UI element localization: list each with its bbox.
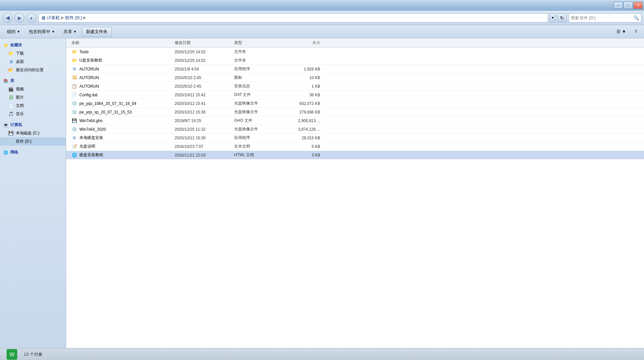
new-folder-label: 新建文件夹 [86,29,107,34]
file-type-cell: 文本文档 [234,144,280,149]
new-folder-button[interactable]: 新建文件夹 [82,27,112,37]
computer-icon: 💻 [3,123,8,127]
file-type-cell: 光盘映像文件 [234,101,280,106]
file-name: AUTORUN [79,75,99,80]
table-row[interactable]: ⚙ AUTORUN 2016/1/8 4:54 应用程序 1,926 KB [66,65,644,73]
table-row[interactable]: 🖼 AUTORUN 2015/5/10 2:45 图标 10 KB [66,73,644,82]
file-name-cell: 📁 Tools [69,49,175,55]
sidebar-item-recent[interactable]: 📂 最近访问的位置 [0,66,66,74]
view-button[interactable]: ☰ ▼ [613,27,630,37]
back-button[interactable]: ◀ [3,13,13,23]
recent-label: 最近访问的位置 [16,67,44,73]
file-icon: 💾 [71,118,77,123]
sidebar-item-video[interactable]: 🎬 视频 [0,85,66,93]
svg-text:W: W [9,352,15,357]
breadcrumb-computer[interactable]: 计算机 [47,15,60,21]
up-button[interactable]: ▲ [26,13,36,23]
computer-header[interactable]: 💻 计算机 [0,121,66,129]
drive-c-label: 本地磁盘 (C:) [16,130,39,136]
forward-button[interactable]: ▶ [15,13,24,23]
breadcrumb-drive[interactable]: 软件 (D:) [65,15,82,21]
file-size-cell: 652,072 KB [280,101,320,106]
search-bar[interactable]: 🔍 [569,13,641,22]
network-header[interactable]: 🌐 网络 [0,148,66,157]
column-size[interactable]: 大小 [280,40,320,46]
search-icon[interactable]: 🔍 [633,15,639,21]
organize-dropdown-icon: ▼ [17,30,20,33]
table-row[interactable]: ⚙ 本地硬盘安装 2020/10/12 15:30 应用程序 28,315 KB [66,134,644,142]
computer-icon: 🖥 [41,15,46,21]
file-type-cell: DAT 文件 [234,92,280,98]
table-row[interactable]: 💿 Win7x64_2020 2020/12/25 11:32 光盘映像文件 3… [66,125,644,134]
file-type-cell: 应用程序 [234,66,280,72]
table-row[interactable]: 📁 U盘安装教程 2020/12/25 14:52 文件夹 [66,56,644,65]
file-date-cell: 2019/9/7 19:25 [175,118,234,123]
close-button[interactable]: ✕ [633,2,643,9]
table-row[interactable]: 📁 Tools 2020/12/25 14:52 文件夹 [66,48,644,56]
file-size-cell: 5 KB [280,144,320,149]
column-name[interactable]: 名称 [69,40,175,46]
file-name-cell: 💿 Win7x64_2020 [69,127,175,132]
help-button[interactable]: ? [631,27,641,37]
file-date-cell: 2020/10/12 15:42 [175,93,234,97]
file-type-cell: 应用程序 [234,135,280,141]
share-button[interactable]: 共享 ▼ [60,27,80,37]
table-row[interactable]: 💿 pe_yqs_1064_20_07_31_16_04 2020/10/12 … [66,99,644,108]
sidebar-item-desktop[interactable]: 🖥 桌面 [0,58,66,66]
file-list-area: 名称 修改日期 类型 大小 📁 Tools 2020/12/25 14:52 文… [66,38,644,348]
drive-d-icon: 💿 [8,139,14,144]
file-icon: 📄 [71,92,77,98]
file-name: 光盘说明 [79,144,95,149]
table-row[interactable]: 📄 Config.dat 2020/10/12 15:42 DAT 文件 36 … [66,91,644,99]
sidebar-item-drive-d[interactable]: 💿 软件 (D:) [0,137,66,146]
file-name: 本地硬盘安装 [79,135,103,141]
file-type-cell: 光盘映像文件 [234,126,280,132]
music-icon: 🎵 [8,112,14,117]
sidebar-item-music[interactable]: 🎵 音乐 [0,110,66,118]
sidebar-item-download[interactable]: 📁 下载 [0,49,66,58]
include-dropdown-icon: ▼ [52,30,55,33]
address-dropdown-button[interactable]: ▼ [550,13,555,22]
favorites-section: ⭐ 收藏夹 📁 下载 🖥 桌面 📂 最近访问的位置 [0,41,66,74]
library-label: 库 [10,78,14,84]
organize-button[interactable]: 组织 ▼ [3,27,24,37]
maximize-button[interactable]: □ [623,2,633,9]
library-section: 📚 库 🎬 视频 🖼 图片 📄 文档 🎵 音乐 [0,77,66,118]
favorites-header[interactable]: ⭐ 收藏夹 [0,41,66,49]
table-row[interactable]: 🌐 硬盘安装教程 2016/11/21 22:03 HTML 文档 3 KB [66,151,644,159]
file-icon: 📁 [71,49,77,55]
sidebar-item-document[interactable]: 📄 文档 [0,102,66,110]
breadcrumb-bar[interactable]: 🖥 计算机 ▶ 软件 (D:) ▶ [38,13,548,22]
file-list-header: 名称 修改日期 类型 大小 [66,38,644,48]
include-library-button[interactable]: 包含到库中 ▼ [25,27,59,37]
network-icon: 🌐 [3,150,8,155]
table-row[interactable]: 💾 Win7x64.gho 2019/9/7 19:25 GHO 文件 2,90… [66,116,644,125]
share-label: 共享 [64,29,72,35]
search-input[interactable] [571,16,632,20]
status-count: 13 个对象 [24,351,43,357]
library-header[interactable]: 📚 库 [0,77,66,85]
main-area: ⭐ 收藏夹 📁 下载 🖥 桌面 📂 最近访问的位置 📚 库 [0,38,644,348]
file-type-cell: 安装信息 [234,83,280,89]
file-date-cell: 2020/12/25 14:52 [175,58,234,63]
column-type[interactable]: 类型 [234,40,280,46]
file-icon: 💿 [71,127,77,132]
view-dropdown-icon: ▼ [622,29,626,34]
file-name: Win7x64.gho [79,118,103,123]
file-icon: 🌐 [71,153,77,158]
file-name-cell: ⚙ 本地硬盘安装 [69,135,175,141]
download-icon: 📁 [8,51,14,56]
file-icon: 💿 [71,101,77,106]
network-label: 网络 [10,150,18,155]
computer-section: 💻 计算机 💾 本地磁盘 (C:) 💿 软件 (D:) [0,121,66,146]
table-row[interactable]: 📝 光盘说明 2016/10/23 7:07 文本文档 5 KB [66,142,644,151]
sidebar-item-image[interactable]: 🖼 图片 [0,93,66,102]
refresh-button[interactable]: ↻ [557,13,567,22]
table-row[interactable]: 📋 AUTORUN 2015/5/10 2:45 安装信息 1 KB [66,82,644,91]
table-row[interactable]: 💿 pe_yqs_xp_20_07_31_15_53 2020/10/12 15… [66,108,644,116]
document-label: 文档 [16,103,24,109]
sidebar-item-drive-c[interactable]: 💾 本地磁盘 (C:) [0,129,66,137]
column-date[interactable]: 修改日期 [175,40,234,46]
share-dropdown-icon: ▼ [73,30,77,33]
minimize-button[interactable]: ─ [614,2,623,9]
